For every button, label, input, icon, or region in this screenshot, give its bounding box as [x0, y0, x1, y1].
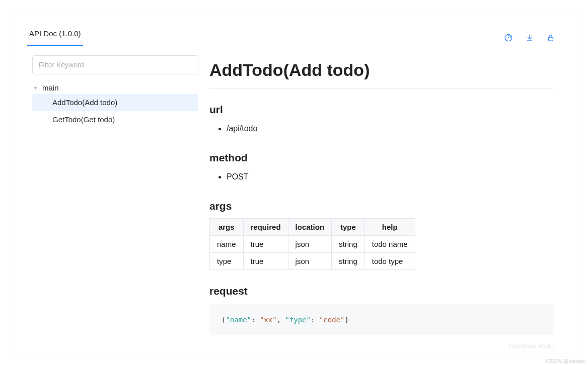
args-col-required: required — [243, 219, 288, 236]
toolbar — [503, 33, 556, 46]
download-icon[interactable] — [525, 33, 535, 43]
section-url-heading: url — [209, 104, 554, 116]
lock-icon[interactable] — [546, 33, 556, 43]
args-col-help: help — [364, 219, 415, 236]
request-body: {"name": "xx", "type": "code"} — [209, 304, 554, 335]
tree-item-gettodo[interactable]: GetTodo(Get todo) — [32, 111, 198, 128]
topbar: API Doc (1.0.0) — [32, 20, 556, 46]
tab-api-doc[interactable]: API Doc (1.0.0) — [27, 29, 83, 46]
args-col-type: type — [332, 219, 365, 236]
url-value: /api/todo — [227, 121, 554, 137]
args-table: args required location type help name tr… — [209, 218, 415, 270]
method-value: POST — [227, 169, 554, 185]
section-request-heading: request — [209, 285, 554, 297]
page-title: AddTodo(Add todo) — [209, 60, 554, 88]
svg-rect-2 — [549, 37, 553, 41]
caret-down-icon: ▾ — [34, 85, 39, 90]
section-method-heading: method — [209, 152, 554, 164]
args-col-args: args — [210, 219, 244, 236]
watermark: CSDN @kwkwc — [546, 358, 585, 364]
section-args-heading: args — [209, 200, 554, 212]
tree-item-addtodo[interactable]: AddTodo(Add todo) — [32, 94, 198, 111]
table-row: name true json string todo name — [210, 236, 415, 253]
filter-input[interactable] — [32, 55, 198, 74]
svg-point-1 — [508, 37, 509, 38]
sidebar: ▾ main AddTodo(Add todo) GetTodo(Get tod… — [32, 55, 208, 353]
tree-group-label: main — [42, 83, 59, 92]
args-col-location: location — [288, 219, 332, 236]
content: AddTodo(Add todo) url /api/todo method P… — [208, 55, 556, 353]
tree-group-main[interactable]: ▾ main — [32, 81, 198, 94]
table-row: type true json string todo type — [210, 253, 415, 270]
clock-icon[interactable] — [503, 33, 513, 43]
tree: ▾ main AddTodo(Add todo) GetTodo(Get tod… — [32, 81, 198, 128]
